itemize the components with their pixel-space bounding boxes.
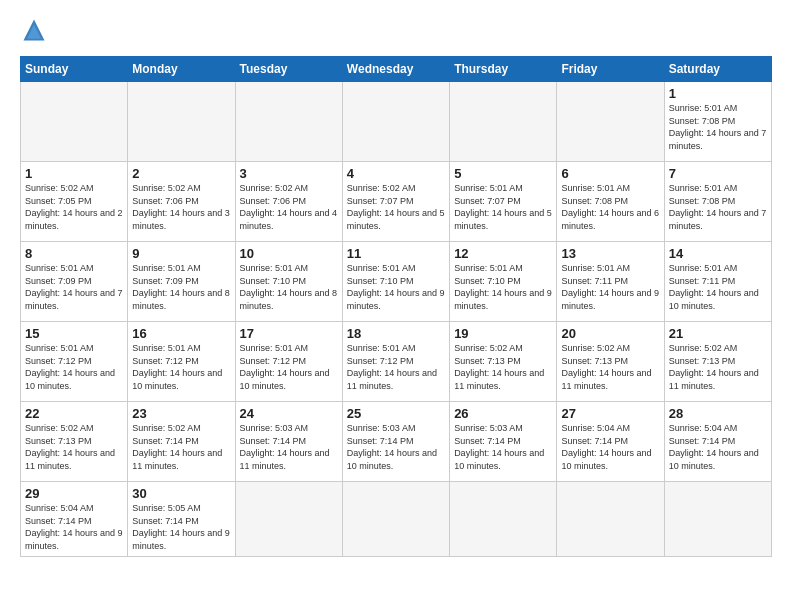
calendar-week-1: 1Sunrise: 5:02 AMSunset: 7:05 PMDaylight… (21, 162, 772, 242)
calendar-cell: 1Sunrise: 5:02 AMSunset: 7:05 PMDaylight… (21, 162, 128, 242)
day-info: Sunrise: 5:01 AMSunset: 7:11 PMDaylight:… (669, 262, 767, 312)
day-number: 17 (240, 326, 338, 341)
calendar-header-row: SundayMondayTuesdayWednesdayThursdayFrid… (21, 57, 772, 82)
day-number: 27 (561, 406, 659, 421)
day-info: Sunrise: 5:02 AMSunset: 7:13 PMDaylight:… (454, 342, 552, 392)
calendar-week-2: 8Sunrise: 5:01 AMSunset: 7:09 PMDaylight… (21, 242, 772, 322)
calendar-cell: 29Sunrise: 5:04 AMSunset: 7:14 PMDayligh… (21, 482, 128, 557)
calendar-header-tuesday: Tuesday (235, 57, 342, 82)
day-info: Sunrise: 5:02 AMSunset: 7:06 PMDaylight:… (132, 182, 230, 232)
day-info: Sunrise: 5:02 AMSunset: 7:13 PMDaylight:… (25, 422, 123, 472)
day-number: 2 (132, 166, 230, 181)
day-info: Sunrise: 5:02 AMSunset: 7:05 PMDaylight:… (25, 182, 123, 232)
day-number: 24 (240, 406, 338, 421)
day-info: Sunrise: 5:01 AMSunset: 7:10 PMDaylight:… (454, 262, 552, 312)
calendar-cell: 27Sunrise: 5:04 AMSunset: 7:14 PMDayligh… (557, 402, 664, 482)
calendar-week-5: 29Sunrise: 5:04 AMSunset: 7:14 PMDayligh… (21, 482, 772, 557)
day-number: 28 (669, 406, 767, 421)
logo-icon (20, 16, 48, 44)
day-info: Sunrise: 5:01 AMSunset: 7:12 PMDaylight:… (240, 342, 338, 392)
day-info: Sunrise: 5:02 AMSunset: 7:13 PMDaylight:… (561, 342, 659, 392)
calendar-week-4: 22Sunrise: 5:02 AMSunset: 7:13 PMDayligh… (21, 402, 772, 482)
calendar-week-0: 1Sunrise: 5:01 AMSunset: 7:08 PMDaylight… (21, 82, 772, 162)
day-info: Sunrise: 5:03 AMSunset: 7:14 PMDaylight:… (454, 422, 552, 472)
day-info: Sunrise: 5:01 AMSunset: 7:09 PMDaylight:… (132, 262, 230, 312)
day-number: 15 (25, 326, 123, 341)
calendar-cell: 10Sunrise: 5:01 AMSunset: 7:10 PMDayligh… (235, 242, 342, 322)
day-info: Sunrise: 5:03 AMSunset: 7:14 PMDaylight:… (347, 422, 445, 472)
day-number: 8 (25, 246, 123, 261)
day-number: 30 (132, 486, 230, 501)
day-info: Sunrise: 5:02 AMSunset: 7:14 PMDaylight:… (132, 422, 230, 472)
calendar-cell: 19Sunrise: 5:02 AMSunset: 7:13 PMDayligh… (450, 322, 557, 402)
calendar-cell: 9Sunrise: 5:01 AMSunset: 7:09 PMDaylight… (128, 242, 235, 322)
calendar-header-monday: Monday (128, 57, 235, 82)
day-info: Sunrise: 5:01 AMSunset: 7:08 PMDaylight:… (669, 182, 767, 232)
calendar-cell (235, 82, 342, 162)
calendar-header-saturday: Saturday (664, 57, 771, 82)
calendar-cell: 8Sunrise: 5:01 AMSunset: 7:09 PMDaylight… (21, 242, 128, 322)
day-info: Sunrise: 5:03 AMSunset: 7:14 PMDaylight:… (240, 422, 338, 472)
day-number: 29 (25, 486, 123, 501)
day-number: 3 (240, 166, 338, 181)
day-number: 4 (347, 166, 445, 181)
day-info: Sunrise: 5:01 AMSunset: 7:11 PMDaylight:… (561, 262, 659, 312)
calendar-cell (557, 482, 664, 557)
day-number: 1 (25, 166, 123, 181)
calendar-week-3: 15Sunrise: 5:01 AMSunset: 7:12 PMDayligh… (21, 322, 772, 402)
calendar-cell: 16Sunrise: 5:01 AMSunset: 7:12 PMDayligh… (128, 322, 235, 402)
calendar-cell: 6Sunrise: 5:01 AMSunset: 7:08 PMDaylight… (557, 162, 664, 242)
calendar-header-friday: Friday (557, 57, 664, 82)
day-number: 23 (132, 406, 230, 421)
day-info: Sunrise: 5:01 AMSunset: 7:09 PMDaylight:… (25, 262, 123, 312)
calendar-header-wednesday: Wednesday (342, 57, 449, 82)
day-info: Sunrise: 5:01 AMSunset: 7:12 PMDaylight:… (347, 342, 445, 392)
day-info: Sunrise: 5:04 AMSunset: 7:14 PMDaylight:… (561, 422, 659, 472)
logo (20, 16, 52, 44)
day-number: 25 (347, 406, 445, 421)
calendar-cell: 22Sunrise: 5:02 AMSunset: 7:13 PMDayligh… (21, 402, 128, 482)
calendar-cell: 7Sunrise: 5:01 AMSunset: 7:08 PMDaylight… (664, 162, 771, 242)
calendar-cell: 4Sunrise: 5:02 AMSunset: 7:07 PMDaylight… (342, 162, 449, 242)
day-info: Sunrise: 5:02 AMSunset: 7:13 PMDaylight:… (669, 342, 767, 392)
calendar-cell: 12Sunrise: 5:01 AMSunset: 7:10 PMDayligh… (450, 242, 557, 322)
calendar-cell: 1Sunrise: 5:01 AMSunset: 7:08 PMDaylight… (664, 82, 771, 162)
day-info: Sunrise: 5:01 AMSunset: 7:10 PMDaylight:… (240, 262, 338, 312)
calendar-cell (450, 482, 557, 557)
day-info: Sunrise: 5:05 AMSunset: 7:14 PMDaylight:… (132, 502, 230, 552)
calendar-cell (557, 82, 664, 162)
day-number: 12 (454, 246, 552, 261)
day-info: Sunrise: 5:01 AMSunset: 7:10 PMDaylight:… (347, 262, 445, 312)
day-number: 16 (132, 326, 230, 341)
day-number: 22 (25, 406, 123, 421)
calendar-cell: 30Sunrise: 5:05 AMSunset: 7:14 PMDayligh… (128, 482, 235, 557)
calendar-cell (342, 482, 449, 557)
calendar-cell: 26Sunrise: 5:03 AMSunset: 7:14 PMDayligh… (450, 402, 557, 482)
day-number: 1 (669, 86, 767, 101)
calendar-cell: 11Sunrise: 5:01 AMSunset: 7:10 PMDayligh… (342, 242, 449, 322)
day-number: 18 (347, 326, 445, 341)
calendar-cell (235, 482, 342, 557)
day-info: Sunrise: 5:01 AMSunset: 7:07 PMDaylight:… (454, 182, 552, 232)
day-info: Sunrise: 5:01 AMSunset: 7:08 PMDaylight:… (669, 102, 767, 152)
day-number: 11 (347, 246, 445, 261)
day-number: 14 (669, 246, 767, 261)
calendar-cell: 14Sunrise: 5:01 AMSunset: 7:11 PMDayligh… (664, 242, 771, 322)
calendar-cell (664, 482, 771, 557)
day-info: Sunrise: 5:01 AMSunset: 7:12 PMDaylight:… (132, 342, 230, 392)
calendar-cell: 20Sunrise: 5:02 AMSunset: 7:13 PMDayligh… (557, 322, 664, 402)
day-number: 9 (132, 246, 230, 261)
calendar-cell: 25Sunrise: 5:03 AMSunset: 7:14 PMDayligh… (342, 402, 449, 482)
calendar-header-sunday: Sunday (21, 57, 128, 82)
day-info: Sunrise: 5:02 AMSunset: 7:06 PMDaylight:… (240, 182, 338, 232)
day-number: 6 (561, 166, 659, 181)
day-info: Sunrise: 5:04 AMSunset: 7:14 PMDaylight:… (669, 422, 767, 472)
calendar-cell: 21Sunrise: 5:02 AMSunset: 7:13 PMDayligh… (664, 322, 771, 402)
day-number: 5 (454, 166, 552, 181)
calendar-cell (21, 82, 128, 162)
page: SundayMondayTuesdayWednesdayThursdayFrid… (0, 0, 792, 612)
day-number: 19 (454, 326, 552, 341)
day-info: Sunrise: 5:02 AMSunset: 7:07 PMDaylight:… (347, 182, 445, 232)
calendar-cell: 24Sunrise: 5:03 AMSunset: 7:14 PMDayligh… (235, 402, 342, 482)
day-number: 10 (240, 246, 338, 261)
